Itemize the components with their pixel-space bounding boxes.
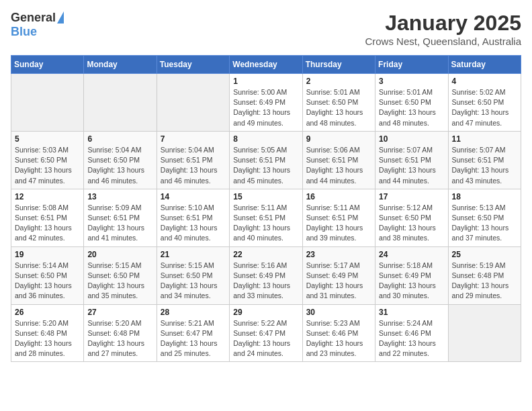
day-info: Sunrise: 5:04 AM Sunset: 6:51 PM Dayligh… — [161, 145, 226, 186]
month-title: January 2025 — [365, 11, 521, 36]
calendar-header: SundayMondayTuesdayWednesdayThursdayFrid… — [11, 56, 521, 74]
calendar-cell: 18Sunrise: 5:13 AM Sunset: 6:50 PM Dayli… — [448, 189, 521, 246]
day-info: Sunrise: 5:15 AM Sunset: 6:50 PM Dayligh… — [87, 261, 152, 302]
calendar-cell — [11, 74, 84, 132]
location-title: Crows Nest, Queensland, Australia — [365, 36, 521, 47]
day-info: Sunrise: 5:04 AM Sunset: 6:50 PM Dayligh… — [87, 145, 152, 186]
day-number: 11 — [452, 134, 517, 144]
day-info: Sunrise: 5:07 AM Sunset: 6:51 PM Dayligh… — [379, 145, 444, 186]
day-number: 14 — [161, 192, 226, 201]
day-info: Sunrise: 5:20 AM Sunset: 6:48 PM Dayligh… — [87, 318, 152, 359]
day-info: Sunrise: 5:00 AM Sunset: 6:49 PM Dayligh… — [233, 87, 298, 128]
calendar-cell: 15Sunrise: 5:11 AM Sunset: 6:51 PM Dayli… — [230, 189, 302, 246]
calendar-cell: 1Sunrise: 5:00 AM Sunset: 6:49 PM Daylig… — [230, 74, 302, 132]
calendar-week-row: 19Sunrise: 5:14 AM Sunset: 6:50 PM Dayli… — [11, 246, 521, 304]
calendar-cell: 23Sunrise: 5:17 AM Sunset: 6:49 PM Dayli… — [302, 246, 375, 304]
calendar-cell: 6Sunrise: 5:04 AM Sunset: 6:50 PM Daylig… — [84, 131, 157, 189]
day-number: 21 — [161, 250, 226, 259]
day-info: Sunrise: 5:02 AM Sunset: 6:50 PM Dayligh… — [452, 87, 517, 128]
day-number: 4 — [452, 77, 517, 86]
calendar-cell: 2Sunrise: 5:01 AM Sunset: 6:50 PM Daylig… — [302, 74, 375, 132]
day-number: 17 — [379, 192, 444, 201]
weekday-header-wednesday: Wednesday — [230, 56, 302, 74]
calendar-cell: 10Sunrise: 5:07 AM Sunset: 6:51 PM Dayli… — [375, 131, 448, 189]
day-info: Sunrise: 5:16 AM Sunset: 6:49 PM Dayligh… — [233, 261, 298, 302]
logo-blue-text: Blue — [11, 25, 37, 39]
calendar-cell: 20Sunrise: 5:15 AM Sunset: 6:50 PM Dayli… — [84, 246, 157, 304]
calendar-cell — [157, 74, 229, 132]
weekday-header-tuesday: Tuesday — [157, 56, 229, 74]
day-info: Sunrise: 5:01 AM Sunset: 6:50 PM Dayligh… — [306, 87, 371, 128]
calendar-cell: 16Sunrise: 5:11 AM Sunset: 6:51 PM Dayli… — [302, 189, 375, 246]
day-info: Sunrise: 5:20 AM Sunset: 6:48 PM Dayligh… — [15, 318, 80, 359]
day-number: 19 — [15, 250, 80, 259]
calendar-cell: 29Sunrise: 5:22 AM Sunset: 6:47 PM Dayli… — [230, 304, 302, 362]
calendar-cell: 4Sunrise: 5:02 AM Sunset: 6:50 PM Daylig… — [448, 74, 521, 132]
logo-general-text: General — [11, 11, 56, 25]
calendar-cell: 7Sunrise: 5:04 AM Sunset: 6:51 PM Daylig… — [157, 131, 229, 189]
day-info: Sunrise: 5:07 AM Sunset: 6:51 PM Dayligh… — [452, 145, 517, 186]
day-info: Sunrise: 5:24 AM Sunset: 6:46 PM Dayligh… — [379, 318, 444, 359]
day-info: Sunrise: 5:09 AM Sunset: 6:51 PM Dayligh… — [87, 203, 152, 244]
weekday-header-friday: Friday — [375, 56, 448, 74]
calendar-cell: 30Sunrise: 5:23 AM Sunset: 6:46 PM Dayli… — [302, 304, 375, 362]
calendar-cell: 3Sunrise: 5:01 AM Sunset: 6:50 PM Daylig… — [375, 74, 448, 132]
day-number: 10 — [379, 134, 444, 144]
day-info: Sunrise: 5:13 AM Sunset: 6:50 PM Dayligh… — [452, 203, 517, 244]
day-number: 30 — [306, 308, 371, 317]
day-info: Sunrise: 5:15 AM Sunset: 6:50 PM Dayligh… — [161, 261, 226, 302]
day-number: 23 — [306, 250, 371, 259]
calendar-cell: 26Sunrise: 5:20 AM Sunset: 6:48 PM Dayli… — [11, 304, 84, 362]
day-number: 8 — [233, 134, 298, 144]
logo-triangle-icon — [57, 11, 64, 24]
day-info: Sunrise: 5:06 AM Sunset: 6:51 PM Dayligh… — [306, 145, 371, 186]
calendar-cell: 9Sunrise: 5:06 AM Sunset: 6:51 PM Daylig… — [302, 131, 375, 189]
calendar-cell: 5Sunrise: 5:03 AM Sunset: 6:50 PM Daylig… — [11, 131, 84, 189]
day-info: Sunrise: 5:19 AM Sunset: 6:48 PM Dayligh… — [452, 261, 517, 302]
day-number: 12 — [15, 192, 80, 201]
calendar-week-row: 1Sunrise: 5:00 AM Sunset: 6:49 PM Daylig… — [11, 74, 521, 132]
page-header: General Blue January 2025 Crows Nest, Qu… — [11, 11, 521, 47]
day-number: 31 — [379, 308, 444, 317]
weekday-header-sunday: Sunday — [11, 56, 84, 74]
day-number: 3 — [379, 77, 444, 86]
calendar-cell — [84, 74, 157, 132]
calendar-cell: 28Sunrise: 5:21 AM Sunset: 6:47 PM Dayli… — [157, 304, 229, 362]
day-info: Sunrise: 5:03 AM Sunset: 6:50 PM Dayligh… — [15, 145, 80, 186]
day-info: Sunrise: 5:23 AM Sunset: 6:46 PM Dayligh… — [306, 318, 371, 359]
day-info: Sunrise: 5:11 AM Sunset: 6:51 PM Dayligh… — [233, 203, 298, 244]
calendar-cell: 31Sunrise: 5:24 AM Sunset: 6:46 PM Dayli… — [375, 304, 448, 362]
day-info: Sunrise: 5:22 AM Sunset: 6:47 PM Dayligh… — [233, 318, 298, 359]
calendar-cell: 12Sunrise: 5:08 AM Sunset: 6:51 PM Dayli… — [11, 189, 84, 246]
calendar-cell: 14Sunrise: 5:10 AM Sunset: 6:51 PM Dayli… — [157, 189, 229, 246]
day-info: Sunrise: 5:05 AM Sunset: 6:51 PM Dayligh… — [233, 145, 298, 186]
calendar-cell: 13Sunrise: 5:09 AM Sunset: 6:51 PM Dayli… — [84, 189, 157, 246]
calendar-cell: 11Sunrise: 5:07 AM Sunset: 6:51 PM Dayli… — [448, 131, 521, 189]
day-info: Sunrise: 5:14 AM Sunset: 6:50 PM Dayligh… — [15, 261, 80, 302]
day-number: 24 — [379, 250, 444, 259]
day-number: 27 — [87, 308, 152, 317]
day-info: Sunrise: 5:11 AM Sunset: 6:51 PM Dayligh… — [306, 203, 371, 244]
calendar-week-row: 12Sunrise: 5:08 AM Sunset: 6:51 PM Dayli… — [11, 189, 521, 246]
day-number: 20 — [87, 250, 152, 259]
calendar-cell — [448, 304, 521, 362]
day-number: 28 — [161, 308, 226, 317]
day-info: Sunrise: 5:18 AM Sunset: 6:49 PM Dayligh… — [379, 261, 444, 302]
calendar-week-row: 26Sunrise: 5:20 AM Sunset: 6:48 PM Dayli… — [11, 304, 521, 362]
day-number: 26 — [15, 308, 80, 317]
day-info: Sunrise: 5:21 AM Sunset: 6:47 PM Dayligh… — [161, 318, 226, 359]
day-number: 22 — [233, 250, 298, 259]
day-number: 5 — [15, 134, 80, 144]
day-number: 13 — [87, 192, 152, 201]
calendar-cell: 17Sunrise: 5:12 AM Sunset: 6:50 PM Dayli… — [375, 189, 448, 246]
weekday-header-row: SundayMondayTuesdayWednesdayThursdayFrid… — [11, 56, 521, 74]
calendar-table: SundayMondayTuesdayWednesdayThursdayFrid… — [11, 55, 521, 362]
day-info: Sunrise: 5:17 AM Sunset: 6:49 PM Dayligh… — [306, 261, 371, 302]
day-number: 29 — [233, 308, 298, 317]
calendar-cell: 24Sunrise: 5:18 AM Sunset: 6:49 PM Dayli… — [375, 246, 448, 304]
calendar-cell: 21Sunrise: 5:15 AM Sunset: 6:50 PM Dayli… — [157, 246, 229, 304]
weekday-header-thursday: Thursday — [302, 56, 375, 74]
calendar-cell: 22Sunrise: 5:16 AM Sunset: 6:49 PM Dayli… — [230, 246, 302, 304]
calendar-cell: 8Sunrise: 5:05 AM Sunset: 6:51 PM Daylig… — [230, 131, 302, 189]
day-number: 18 — [452, 192, 517, 201]
